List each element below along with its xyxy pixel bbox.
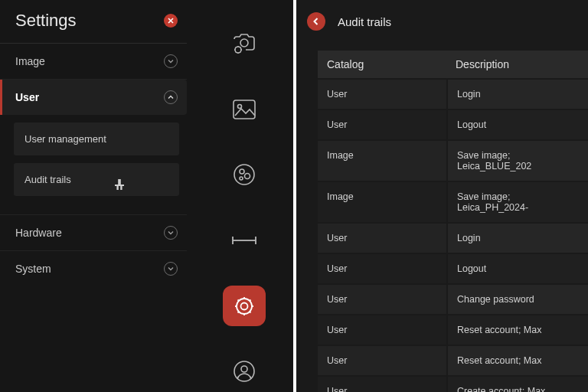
col-header-description: Description: [456, 58, 579, 70]
svg-point-4: [234, 165, 254, 185]
subnav-user-management[interactable]: User management: [14, 122, 179, 155]
table-row[interactable]: UserCreate account; Max: [318, 377, 588, 392]
cell-description: Save image; Leica_BLUE_202: [448, 141, 588, 181]
cell-catalog: User: [318, 285, 446, 314]
audit-header: Audit trails: [296, 0, 588, 43]
chevron-down-icon: [164, 226, 178, 240]
nav-label: User: [15, 91, 164, 103]
nav-label: System: [15, 263, 164, 275]
cell-catalog: User: [318, 346, 446, 375]
cell-description: Change password: [448, 285, 588, 314]
cell-catalog: User: [318, 254, 446, 283]
svg-point-3: [237, 104, 241, 108]
table-row[interactable]: ImageSave image; Leica_BLUE_202: [318, 141, 588, 181]
user-icon[interactable]: [223, 351, 266, 392]
table-row[interactable]: UserLogout: [318, 110, 588, 139]
svg-point-14: [241, 366, 247, 372]
svg-point-5: [240, 169, 244, 174]
subnav-audit-trails[interactable]: Audit trails: [14, 163, 179, 196]
cell-catalog: User: [318, 110, 446, 139]
table-row[interactable]: UserReset account; Max: [318, 346, 588, 375]
svg-point-12: [237, 299, 252, 314]
chevron-up-icon: [164, 90, 178, 104]
tool-rail: [194, 0, 293, 392]
audit-table: Catalog Description UserLoginUserLogoutI…: [296, 43, 588, 392]
subnav-label: User management: [24, 133, 106, 145]
subnav-label: Audit trails: [24, 174, 71, 185]
settings-title: Settings: [15, 11, 164, 31]
svg-point-11: [240, 302, 247, 309]
table-row[interactable]: UserLogin: [318, 224, 588, 253]
nav-item-system[interactable]: System: [0, 251, 187, 286]
cell-catalog: Image: [318, 141, 446, 181]
close-icon: [167, 17, 175, 24]
settings-header: Settings: [0, 11, 187, 44]
svg-point-0: [240, 39, 248, 47]
close-button[interactable]: [164, 14, 178, 28]
cell-description: Logout: [448, 254, 588, 283]
svg-point-7: [240, 177, 243, 180]
table-row[interactable]: UserChange password: [318, 285, 588, 314]
cell-description: Save image; Leica_PH_2024-: [448, 182, 588, 222]
audit-panel: Audit trails Catalog Description UserLog…: [296, 0, 588, 392]
table-body: UserLoginUserLogoutImageSave image; Leic…: [318, 78, 588, 392]
audit-title: Audit trails: [338, 15, 391, 28]
cell-catalog: User: [318, 315, 446, 345]
table-row[interactable]: UserLogin: [318, 80, 588, 109]
nav-item-image[interactable]: Image: [0, 44, 187, 80]
cell-description: Reset account; Max: [448, 346, 588, 375]
table-row[interactable]: UserReset account; Max: [318, 315, 588, 345]
chevron-down-icon: [164, 54, 178, 68]
nav-item-user[interactable]: User: [0, 80, 187, 115]
camera-settings-icon[interactable]: [223, 23, 266, 64]
table-row[interactable]: ImageSave image; Leica_PH_2024-: [318, 182, 588, 222]
cell-description: Logout: [448, 110, 588, 139]
svg-rect-2: [234, 100, 255, 119]
nav-user-submenu: User management Audit trails: [0, 122, 187, 215]
nav-label: Image: [15, 55, 164, 67]
settings-panel: Settings Image User User management Audi: [0, 0, 293, 392]
cell-catalog: User: [318, 80, 446, 109]
svg-point-6: [244, 174, 250, 179]
col-header-catalog: Catalog: [327, 58, 456, 70]
gear-icon[interactable]: [223, 286, 266, 327]
ruler-icon[interactable]: [223, 220, 266, 261]
nav-item-hardware[interactable]: Hardware: [0, 215, 187, 251]
cell-description: Login: [448, 224, 588, 253]
cell-description: Reset account; Max: [448, 315, 588, 345]
nav-label: Hardware: [15, 227, 164, 239]
back-button[interactable]: [307, 12, 325, 31]
cell-description: Create account; Max: [448, 377, 588, 392]
cell-catalog: User: [318, 224, 446, 253]
cell-description: Login: [448, 80, 588, 109]
cell-catalog: User: [318, 377, 446, 392]
chevron-left-icon: [312, 17, 321, 26]
table-header-row: Catalog Description: [318, 51, 588, 78]
chevron-down-icon: [164, 262, 178, 276]
settings-nav-column: Settings Image User User management Audi: [0, 0, 194, 392]
cells-icon[interactable]: [223, 154, 266, 195]
cell-catalog: Image: [318, 182, 446, 222]
image-icon[interactable]: [223, 89, 266, 130]
table-row[interactable]: UserLogout: [318, 254, 588, 283]
